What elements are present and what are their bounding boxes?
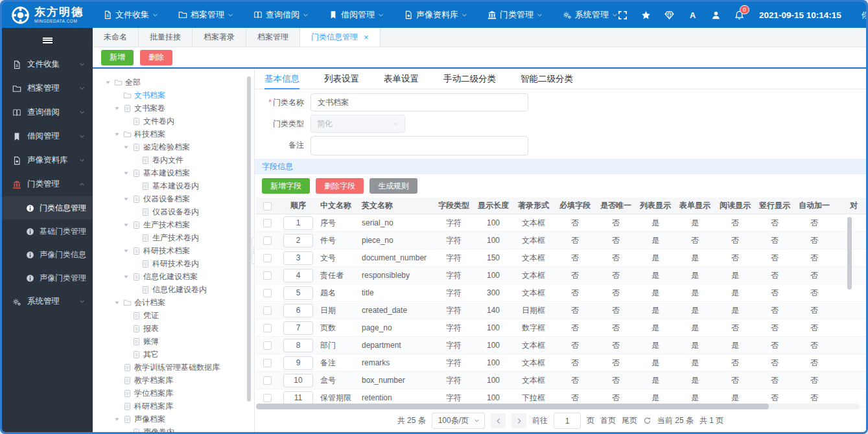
- tree-item[interactable]: 账簿: [102, 335, 242, 348]
- tab-1[interactable]: 未命名: [93, 28, 139, 47]
- caret-down-icon[interactable]: [121, 144, 131, 150]
- add-button[interactable]: 新增: [101, 50, 134, 65]
- caret-down-icon[interactable]: [121, 274, 131, 280]
- order-input[interactable]: 7: [283, 321, 313, 335]
- row-checkbox[interactable]: [263, 394, 272, 402]
- row-checkbox[interactable]: [263, 289, 272, 297]
- row-checkbox[interactable]: [263, 236, 272, 245]
- select-all-checkbox[interactable]: [263, 202, 272, 211]
- caret-down-icon[interactable]: [112, 131, 122, 137]
- caret-down-icon[interactable]: [121, 222, 131, 228]
- sidebar-item-files-collect[interactable]: 文件收集: [2, 52, 93, 76]
- tree-item[interactable]: 基本建设卷内: [102, 179, 242, 192]
- order-input[interactable]: 9: [283, 356, 313, 370]
- tree-item[interactable]: 其它: [102, 348, 242, 361]
- topnav-item[interactable]: 查询借阅: [253, 9, 309, 21]
- row-checkbox[interactable]: [263, 376, 272, 385]
- order-input[interactable]: 10: [283, 374, 313, 387]
- sidebar-item-category-manage[interactable]: 门类管理: [2, 172, 93, 196]
- font-button[interactable]: A: [688, 10, 698, 20]
- detail-tab-4[interactable]: 手动二级分类: [443, 69, 496, 89]
- add-field-button[interactable]: 新增字段: [262, 178, 310, 194]
- last-page-link[interactable]: 尾页: [622, 415, 637, 426]
- tree-item[interactable]: 全部: [102, 76, 242, 89]
- row-checkbox[interactable]: [263, 271, 272, 280]
- tree-item[interactable]: 生产技术卷内: [102, 231, 242, 244]
- tree-item[interactable]: 教学训练管理基础数据库: [102, 361, 242, 374]
- detail-tab-1[interactable]: 基本信息: [264, 69, 299, 89]
- tree-item[interactable]: 基本建设档案: [102, 166, 242, 179]
- sidebar-subitem-category-info-manage[interactable]: 门类信息管理: [2, 196, 93, 220]
- star-button[interactable]: [641, 10, 651, 20]
- next-page-button[interactable]: [511, 413, 526, 428]
- row-checkbox[interactable]: [263, 324, 272, 332]
- tree-scrollbar[interactable]: [247, 76, 251, 415]
- topnav-item[interactable]: 文件收集: [103, 9, 158, 21]
- row-checkbox[interactable]: [263, 254, 272, 262]
- tree-item[interactable]: 科研技术档案: [102, 244, 242, 257]
- tree-item[interactable]: 声像卷内: [102, 426, 242, 432]
- close-icon[interactable]: ×: [364, 33, 369, 41]
- topnav-item[interactable]: 系统管理: [563, 9, 618, 21]
- row-checkbox[interactable]: [263, 341, 272, 350]
- topnav-item[interactable]: 门类管理: [487, 9, 543, 21]
- tree-item[interactable]: 教学档案库: [102, 374, 242, 387]
- sidebar-subitem-av-category-manage[interactable]: 声像门类管理: [2, 266, 93, 290]
- remark-textarea[interactable]: [311, 136, 528, 155]
- caret-down-icon[interactable]: [121, 196, 131, 202]
- topnav-item[interactable]: 借阅管理: [329, 9, 384, 21]
- sidebar-item-archive-manage[interactable]: 档案管理: [2, 76, 93, 100]
- caret-down-icon[interactable]: [121, 248, 131, 254]
- topnav-item[interactable]: 档案管理: [178, 9, 233, 21]
- order-input[interactable]: 8: [283, 339, 313, 352]
- delete-field-button[interactable]: 删除字段: [316, 178, 364, 194]
- detail-tab-3[interactable]: 表单设置: [384, 69, 419, 89]
- table-vertical-scrollbar[interactable]: [847, 217, 852, 290]
- detail-tab-2[interactable]: 列表设置: [324, 69, 359, 89]
- refresh-icon[interactable]: [643, 417, 651, 425]
- tree-item[interactable]: 科技档案: [102, 128, 242, 141]
- tab-3[interactable]: 档案著录: [193, 28, 246, 47]
- tree-item[interactable]: 科研技术卷内: [102, 257, 242, 270]
- topnav-item[interactable]: 声像资料库: [404, 9, 467, 21]
- tree-item[interactable]: 文件卷内: [102, 115, 242, 128]
- order-input[interactable]: 2: [283, 234, 313, 247]
- generate-rule-button[interactable]: 生成规则: [369, 178, 417, 194]
- tree-scrollbar-thumb[interactable]: [247, 76, 251, 402]
- order-input[interactable]: 3: [283, 251, 313, 265]
- tree-item[interactable]: 文书档案: [102, 89, 242, 102]
- order-input[interactable]: 4: [283, 269, 313, 282]
- tree-item[interactable]: 文书案卷: [102, 102, 242, 115]
- tree-item[interactable]: 卷内文件: [102, 154, 242, 166]
- caret-down-icon[interactable]: [112, 300, 122, 306]
- tree-item[interactable]: 信息化建设卷内: [102, 283, 242, 296]
- tree-item[interactable]: 会计档案: [102, 296, 242, 309]
- sidebar-item-av-library[interactable]: 声像资料库: [2, 148, 93, 172]
- order-input[interactable]: 11: [283, 391, 313, 405]
- category-name-input[interactable]: [311, 93, 528, 111]
- tree-item[interactable]: 仪器设备档案: [102, 192, 242, 205]
- caret-down-icon[interactable]: [112, 106, 122, 111]
- detail-tab-5[interactable]: 智能二级分类: [521, 69, 573, 89]
- tree-item[interactable]: 科研档案库: [102, 400, 242, 413]
- caret-down-icon[interactable]: [103, 80, 113, 86]
- goto-page-input[interactable]: [554, 413, 581, 429]
- sidebar-item-system-manage[interactable]: 系统管理: [2, 290, 93, 314]
- tree-item[interactable]: 生产技术档案: [102, 218, 242, 231]
- sidebar-subitem-av-category-info[interactable]: 声像门类信息: [2, 243, 93, 266]
- first-page-link[interactable]: 首页: [600, 415, 616, 426]
- tree-item[interactable]: 学位档案库: [102, 387, 242, 400]
- menu-collapse-button[interactable]: [2, 28, 93, 52]
- gem-button[interactable]: [664, 10, 674, 20]
- tree-item[interactable]: 信息化建设档案: [102, 270, 242, 283]
- row-checkbox[interactable]: [263, 219, 272, 227]
- category-type-select[interactable]: 简化: [311, 115, 405, 133]
- sidebar-item-borrow-manage[interactable]: 借阅管理: [2, 124, 93, 148]
- user-button[interactable]: [711, 10, 721, 20]
- tab-5[interactable]: 门类信息管理×: [300, 28, 381, 47]
- sidebar-item-query-borrow[interactable]: 查询借阅: [2, 100, 93, 124]
- tree-item[interactable]: 仪器设备卷内: [102, 205, 242, 218]
- tab-2[interactable]: 批量挂接: [139, 28, 193, 47]
- order-input[interactable]: 6: [283, 304, 313, 317]
- tree-item[interactable]: 报表: [102, 322, 242, 335]
